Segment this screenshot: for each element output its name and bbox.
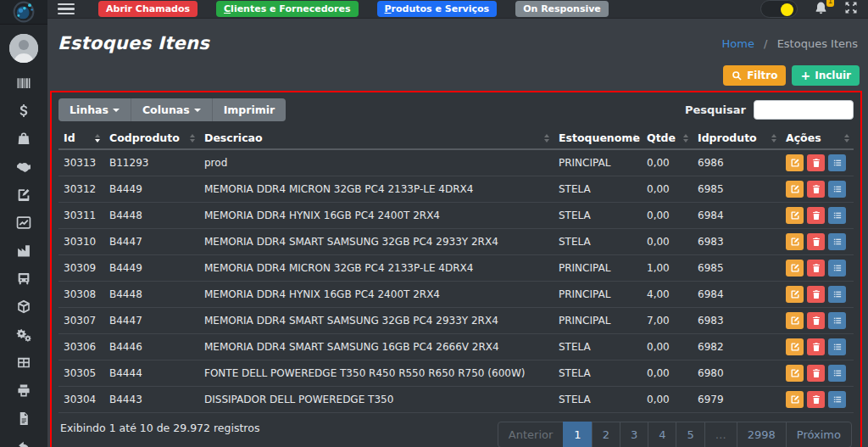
cell-descricao: MEMORIA DDR4 MICRON 32GB PC4 2133P-LE 4D… <box>199 176 554 203</box>
pagination-page-3[interactable]: 3 <box>620 422 648 447</box>
breadcrumb-separator: / <box>764 37 767 50</box>
details-row-button[interactable] <box>828 260 846 277</box>
delete-row-button[interactable] <box>807 154 825 171</box>
column-header-ações[interactable]: Ações <box>781 127 854 149</box>
notifications-button[interactable]: 1 <box>814 1 828 18</box>
edit-row-button[interactable] <box>786 207 804 224</box>
list-icon <box>832 289 843 299</box>
pagination-page-2[interactable]: 2 <box>592 422 620 447</box>
delete-row-button[interactable] <box>807 207 825 224</box>
column-header-idproduto[interactable]: Idproduto <box>693 127 781 149</box>
column-header-estoquenome[interactable]: Estoquenome <box>554 127 642 149</box>
edit-row-button[interactable] <box>786 181 804 198</box>
delete-row-button[interactable] <box>807 312 825 329</box>
trash-icon <box>811 316 821 326</box>
cell-qtde: 0,00 <box>642 360 693 387</box>
pagination-page-4[interactable]: 4 <box>648 422 676 447</box>
details-row-button[interactable] <box>828 154 846 171</box>
sidebar-item-edit[interactable] <box>14 187 33 203</box>
cell-id: 30307 <box>58 308 104 334</box>
search-input[interactable] <box>754 100 854 120</box>
details-row-button[interactable] <box>828 312 846 329</box>
edit-icon <box>790 368 800 378</box>
cell-descricao: FONTE DELL POWEREDGE T350 R450 R550 R650… <box>199 360 554 387</box>
cell-qtde: 0,00 <box>642 203 693 229</box>
edit-row-button[interactable] <box>786 233 804 250</box>
edit-row-button[interactable] <box>786 260 804 277</box>
breadcrumb-home-link[interactable]: Home <box>722 37 754 50</box>
cell-estoquenome: STELA <box>554 203 642 229</box>
edit-row-button[interactable] <box>786 338 804 355</box>
pagination-page-2998[interactable]: 2998 <box>737 422 787 447</box>
list-icon <box>832 394 843 405</box>
details-row-button[interactable] <box>828 391 846 408</box>
list-icon <box>832 368 843 378</box>
cell-qtde: 0,00 <box>642 387 693 413</box>
delete-row-button[interactable] <box>807 233 825 250</box>
sidebar-item-print[interactable] <box>14 383 33 399</box>
sidebar-item-box[interactable] <box>14 299 33 315</box>
details-row-button[interactable] <box>828 338 846 355</box>
column-header-qtde[interactable]: Qtde <box>642 127 693 149</box>
pagination-page-5[interactable]: 5 <box>676 422 704 447</box>
details-row-button[interactable] <box>828 181 846 198</box>
navbar-shortcut-on-responsive[interactable]: On Responsive <box>515 1 609 17</box>
edit-row-button[interactable] <box>786 312 804 329</box>
navbar-shortcut-abrir-chamados[interactable]: Abrir Chamados <box>98 1 198 17</box>
fullscreen-button[interactable] <box>844 1 858 17</box>
edit-row-button[interactable] <box>786 391 804 408</box>
theme-toggle[interactable] <box>760 0 798 18</box>
edit-row-button[interactable] <box>786 286 804 303</box>
details-row-button[interactable] <box>828 207 846 224</box>
cell-acoes <box>781 149 854 176</box>
app-logo[interactable] <box>0 0 47 25</box>
sidebar-item-shopping-bag[interactable] <box>14 131 33 147</box>
columns-dropdown-label: Colunas <box>142 103 190 116</box>
sidebar-item-van[interactable] <box>14 271 33 287</box>
delete-row-button[interactable] <box>807 286 825 303</box>
pagination-page-1[interactable]: 1 <box>563 422 592 447</box>
delete-row-button[interactable] <box>807 338 825 355</box>
sidebar-item-handshake[interactable] <box>14 159 33 175</box>
pagination-next-button[interactable]: Próximo <box>786 422 852 447</box>
sidebar-item-table[interactable] <box>14 355 33 371</box>
include-button-label: Incluir <box>815 70 851 81</box>
edit-row-button[interactable] <box>786 365 804 382</box>
details-row-button[interactable] <box>828 233 846 250</box>
user-avatar[interactable] <box>9 34 38 63</box>
sidebar-item-barcode[interactable] <box>14 75 33 91</box>
edit-icon <box>790 289 800 299</box>
list-icon <box>832 158 843 168</box>
delete-row-button[interactable] <box>807 260 825 277</box>
column-header-id[interactable]: Id <box>58 127 104 149</box>
include-button[interactable]: + Incluir <box>792 65 860 86</box>
cell-id: 30310 <box>58 229 104 255</box>
sidebar-item-industry[interactable] <box>14 243 33 259</box>
column-header-codproduto[interactable]: Codproduto <box>104 127 199 149</box>
menu-toggle-icon[interactable] <box>58 3 75 15</box>
sort-icon <box>95 134 100 142</box>
filter-button[interactable]: Filtro <box>723 65 786 86</box>
sidebar-item-file[interactable] <box>14 411 33 427</box>
pagination-ellipsis[interactable]: … <box>704 422 737 447</box>
sidebar-item-cogs[interactable] <box>14 327 33 343</box>
pagination-prev-button[interactable]: Anterior <box>498 422 564 447</box>
edit-icon <box>790 342 800 352</box>
delete-row-button[interactable] <box>807 181 825 198</box>
details-row-button[interactable] <box>828 365 846 382</box>
cell-estoquenome: STELA <box>554 334 642 360</box>
table-controls: Linhas Colunas Imprimir <box>58 98 286 121</box>
navbar-shortcut-produtos-e-servi-os[interactable]: Produtos e Serviços <box>377 1 498 17</box>
rows-dropdown[interactable]: Linhas <box>58 98 131 121</box>
column-header-descricao[interactable]: Descricao <box>199 127 554 149</box>
delete-row-button[interactable] <box>807 391 825 408</box>
sidebar-item-undo[interactable] <box>14 439 33 447</box>
navbar-shortcut-clientes-e-fornecedores[interactable]: Clientes e Fornecedores <box>216 1 358 17</box>
details-row-button[interactable] <box>828 286 846 303</box>
delete-row-button[interactable] <box>807 365 825 382</box>
edit-row-button[interactable] <box>786 154 804 171</box>
columns-dropdown[interactable]: Colunas <box>131 98 213 121</box>
print-button[interactable]: Imprimir <box>213 98 287 121</box>
sidebar-item-chart-line[interactable] <box>14 215 33 231</box>
sidebar-item-dollar[interactable] <box>14 103 33 119</box>
